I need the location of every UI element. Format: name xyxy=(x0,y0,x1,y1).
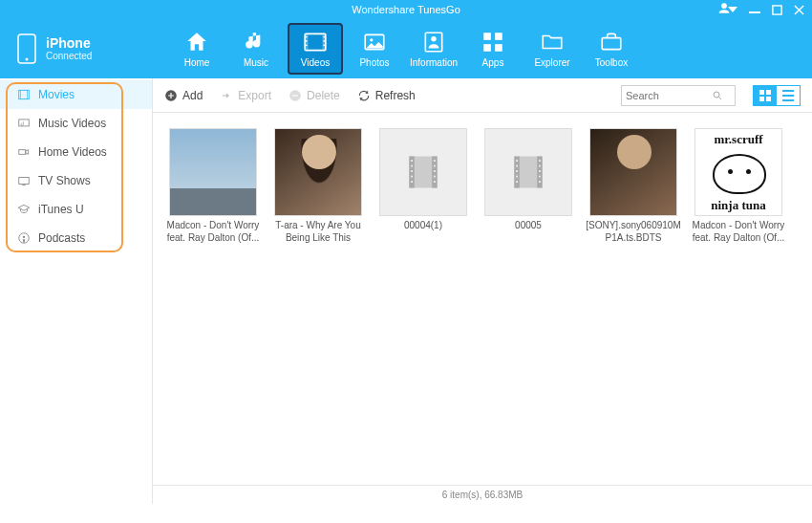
sidebar: Movies Music Videos Home Videos TV Shows… xyxy=(0,78,153,504)
svg-point-8 xyxy=(306,40,308,42)
video-item[interactable]: Madcon - Don't Worry feat. Ray Dalton (O… xyxy=(164,128,262,244)
svg-rect-64 xyxy=(539,181,541,183)
delete-label: Delete xyxy=(307,89,340,102)
video-thumbnail xyxy=(379,128,467,216)
sidebar-item-label: Podcasts xyxy=(38,231,85,245)
video-item[interactable]: 00004(1) xyxy=(374,128,472,244)
search-box[interactable] xyxy=(621,85,736,106)
sidebar-item-podcasts[interactable]: Podcasts xyxy=(0,224,152,252)
video-item[interactable]: 00005 xyxy=(480,128,577,244)
video-thumbnail: mr.scruffninja tuna xyxy=(694,128,782,216)
list-view-button[interactable] xyxy=(777,86,800,105)
device-panel[interactable]: iPhone Connected xyxy=(0,19,153,78)
search-icon[interactable] xyxy=(712,90,723,101)
minimize-icon[interactable] xyxy=(749,4,760,15)
svg-rect-36 xyxy=(782,90,794,92)
svg-rect-58 xyxy=(516,176,518,178)
svg-rect-48 xyxy=(434,165,436,167)
svg-rect-63 xyxy=(539,176,541,178)
video-item[interactable]: mr.scruffninja tunaMadcon - Don't Worry … xyxy=(690,128,787,244)
svg-rect-55 xyxy=(516,160,518,162)
statusbar: 6 item(s), 66.83MB xyxy=(153,485,812,504)
svg-point-7 xyxy=(306,36,308,38)
maximize-icon[interactable] xyxy=(772,5,782,15)
plus-icon xyxy=(164,89,178,102)
delete-button[interactable]: Delete xyxy=(288,89,340,102)
video-label: Madcon - Don't Worry feat. Ray Dalton (O… xyxy=(165,220,261,244)
grid-view-button[interactable] xyxy=(754,86,777,105)
nav-videos[interactable]: Videos xyxy=(288,23,343,75)
top-nav: iPhone Connected Home Music Videos Photo… xyxy=(0,19,812,78)
camcorder-icon xyxy=(17,145,31,159)
svg-rect-45 xyxy=(411,176,413,178)
sidebar-item-movies[interactable]: Movies xyxy=(0,80,152,109)
svg-rect-50 xyxy=(434,176,436,178)
sidebar-item-label: Movies xyxy=(38,88,75,101)
refresh-icon xyxy=(357,89,371,102)
add-button[interactable]: Add xyxy=(164,89,203,102)
sidebar-item-label: Music Videos xyxy=(38,117,106,130)
nav-photos[interactable]: Photos xyxy=(345,19,404,78)
nav-apps[interactable]: Apps xyxy=(463,19,523,78)
nav-music[interactable]: Music xyxy=(226,19,286,78)
app-title: Wondershare TunesGo xyxy=(352,4,460,15)
musicvid-icon xyxy=(17,117,31,130)
export-label: Export xyxy=(238,89,271,102)
toolbar: Add Export Delete Refresh xyxy=(153,78,812,113)
refresh-button[interactable]: Refresh xyxy=(357,89,416,102)
dropdown-icon[interactable] xyxy=(728,5,737,14)
svg-rect-24 xyxy=(19,150,26,155)
titlebar: Wondershare TunesGo xyxy=(0,0,812,19)
svg-point-11 xyxy=(323,40,325,42)
sidebar-item-home-videos[interactable]: Home Videos xyxy=(0,138,152,166)
nav-label: Videos xyxy=(301,57,330,68)
tv-icon xyxy=(17,174,31,187)
nav-explorer[interactable]: Explorer xyxy=(523,19,582,78)
video-item[interactable]: T-ara - Why Are You Being Like This xyxy=(269,128,367,244)
sidebar-item-itunes-u[interactable]: iTunes U xyxy=(0,195,152,224)
svg-point-9 xyxy=(306,44,308,46)
nav-label: Music xyxy=(244,57,268,68)
svg-point-31 xyxy=(714,92,719,98)
svg-point-10 xyxy=(323,36,325,38)
nav-label: Photos xyxy=(359,57,389,68)
svg-rect-51 xyxy=(434,181,436,183)
nav-label: Apps xyxy=(482,57,504,68)
svg-rect-32 xyxy=(759,90,764,95)
svg-rect-61 xyxy=(539,165,541,167)
nav-home[interactable]: Home xyxy=(167,19,226,78)
svg-point-14 xyxy=(370,38,373,41)
svg-rect-46 xyxy=(411,181,413,183)
svg-rect-49 xyxy=(434,170,436,172)
svg-rect-47 xyxy=(434,160,436,162)
view-toggle xyxy=(753,85,801,106)
export-button[interactable]: Export xyxy=(220,89,271,102)
video-thumbnail xyxy=(484,128,572,216)
svg-rect-25 xyxy=(19,178,30,185)
svg-rect-34 xyxy=(759,97,764,101)
svg-point-16 xyxy=(431,36,436,41)
sidebar-item-label: iTunes U xyxy=(38,203,84,216)
svg-rect-35 xyxy=(766,97,771,101)
svg-rect-44 xyxy=(411,170,413,172)
nav-information[interactable]: Information xyxy=(404,19,463,78)
device-status: Connected xyxy=(46,51,92,61)
video-label: T-ara - Why Are You Being Like This xyxy=(270,220,366,244)
svg-rect-19 xyxy=(483,44,491,52)
phone-icon xyxy=(17,33,36,64)
nav-toolbox[interactable]: Toolbox xyxy=(582,19,641,78)
svg-point-3 xyxy=(26,58,29,61)
sidebar-item-tv-shows[interactable]: TV Shows xyxy=(0,166,152,195)
video-item[interactable]: [SONY].sony060910MP1A.ts.BDTS xyxy=(585,128,682,244)
close-icon[interactable] xyxy=(794,5,804,15)
svg-rect-17 xyxy=(483,33,491,40)
sidebar-item-label: TV Shows xyxy=(38,174,91,187)
search-input[interactable] xyxy=(626,90,712,101)
device-name: iPhone xyxy=(46,36,92,51)
svg-rect-57 xyxy=(516,170,518,172)
nav-label: Information xyxy=(410,57,458,68)
add-label: Add xyxy=(182,89,203,102)
sidebar-item-music-videos[interactable]: Music Videos xyxy=(0,109,152,138)
svg-rect-18 xyxy=(495,33,502,40)
svg-rect-30 xyxy=(292,95,298,96)
